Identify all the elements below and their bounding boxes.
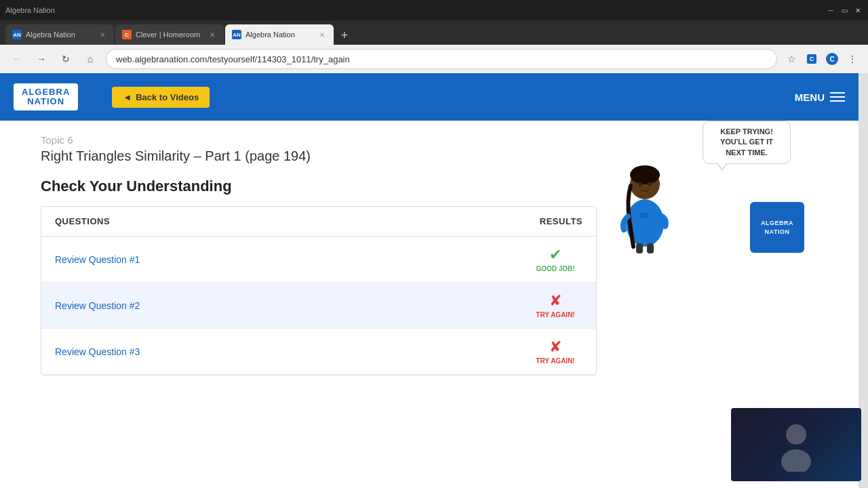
- review-question-2-link[interactable]: Review Question #2: [55, 300, 140, 311]
- svg-point-7: [638, 182, 642, 186]
- home-button[interactable]: ⌂: [81, 50, 99, 68]
- menu-dots-icon[interactable]: ⋮: [845, 52, 860, 66]
- browser-tab-2[interactable]: C Clever | Homeroom ✕: [115, 24, 224, 45]
- svg-rect-10: [647, 243, 654, 253]
- extension-icon[interactable]: C: [804, 52, 819, 66]
- tab-close-3[interactable]: ✕: [317, 30, 327, 39]
- menu-button[interactable]: MENU: [795, 92, 845, 103]
- review-question-1-link[interactable]: Review Question #1: [55, 254, 140, 265]
- result-icon-wrong-3: ✘: [549, 338, 561, 356]
- svg-text:C: C: [810, 56, 814, 62]
- svg-rect-9: [636, 243, 643, 253]
- profile-icon[interactable]: C: [825, 52, 840, 66]
- forward-nav-button[interactable]: →: [33, 50, 50, 68]
- algebra-nation-flag: ALGEBRANATION: [750, 202, 804, 253]
- url-bar[interactable]: web.algebranation.com/testyourself/11430…: [106, 49, 777, 69]
- svg-rect-11: [640, 213, 648, 218]
- svg-text:C: C: [829, 56, 834, 63]
- back-nav-button[interactable]: ←: [8, 50, 26, 68]
- result-icon-correct: ✔: [549, 246, 561, 264]
- site-logo[interactable]: ALGEBRANATION: [14, 83, 78, 111]
- review-question-3-link[interactable]: Review Question #3: [55, 346, 140, 357]
- url-text: web.algebranation.com/testyourself/11430…: [116, 54, 350, 64]
- back-arrow-icon: ◄: [123, 92, 132, 102]
- svg-point-13: [781, 449, 811, 472]
- maximize-button[interactable]: ▭: [840, 5, 849, 15]
- svg-point-12: [786, 424, 806, 445]
- webcam-overlay: [731, 408, 861, 481]
- bookmark-icon[interactable]: ☆: [784, 52, 799, 66]
- col-header-results: RESULTS: [540, 216, 583, 226]
- svg-point-8: [648, 182, 652, 186]
- result-label-1: GOOD JOB!: [536, 265, 574, 272]
- tab-label-3: Algebra Nation: [245, 30, 295, 39]
- result-label-3: TRY AGAIN!: [536, 357, 574, 365]
- tab-favicon-1: AN: [12, 30, 22, 39]
- refresh-button[interactable]: ↻: [57, 50, 75, 68]
- table-header: QUESTIONS RESULTS: [41, 207, 596, 237]
- character-illustration: [614, 145, 675, 256]
- table-row: Review Question #2 ✘ TRY AGAIN!: [41, 283, 596, 329]
- hamburger-icon: [830, 92, 845, 102]
- result-cell-3: ✘ TRY AGAIN!: [528, 338, 583, 365]
- tab-label-2: Clever | Homeroom: [136, 30, 200, 39]
- questions-table: QUESTIONS RESULTS Review Question #1 ✔ G…: [41, 206, 597, 375]
- close-button[interactable]: ✕: [853, 5, 863, 15]
- table-row: Review Question #3 ✘ TRY AGAIN!: [41, 329, 596, 375]
- minimize-button[interactable]: ─: [826, 5, 835, 15]
- tab-label-1: Algebra Nation: [26, 30, 75, 39]
- new-tab-button[interactable]: +: [335, 26, 354, 45]
- menu-label: MENU: [795, 92, 825, 103]
- speech-bubble: KEEP TRYING! YOU'LL GET IT NEXT TIME.: [703, 121, 791, 164]
- tab-favicon-2: C: [122, 30, 132, 39]
- logo-text: ALGEBRANATION: [22, 87, 70, 107]
- table-row: Review Question #1 ✔ GOOD JOB!: [41, 237, 596, 283]
- title-bar-text: Algebra Nation: [5, 6, 55, 14]
- result-cell-2: ✘ TRY AGAIN!: [528, 292, 583, 319]
- result-icon-wrong-2: ✘: [549, 292, 561, 310]
- tab-favicon-3: AN: [232, 30, 241, 39]
- browser-tab-3[interactable]: AN Algebra Nation ✕: [225, 24, 334, 45]
- browser-tab-1[interactable]: AN Algebra Nation ✕: [5, 24, 114, 45]
- back-button-label: Back to Videos: [136, 92, 199, 102]
- col-header-questions: QUESTIONS: [55, 216, 110, 226]
- tab-close-2[interactable]: ✕: [208, 30, 217, 39]
- result-cell-1: ✔ GOOD JOB!: [528, 246, 583, 272]
- tab-close-1[interactable]: ✕: [98, 30, 107, 39]
- webcam-content: [731, 408, 861, 481]
- back-to-videos-button[interactable]: ◄ Back to Videos: [112, 87, 210, 108]
- result-label-2: TRY AGAIN!: [536, 311, 574, 319]
- svg-point-6: [630, 165, 660, 184]
